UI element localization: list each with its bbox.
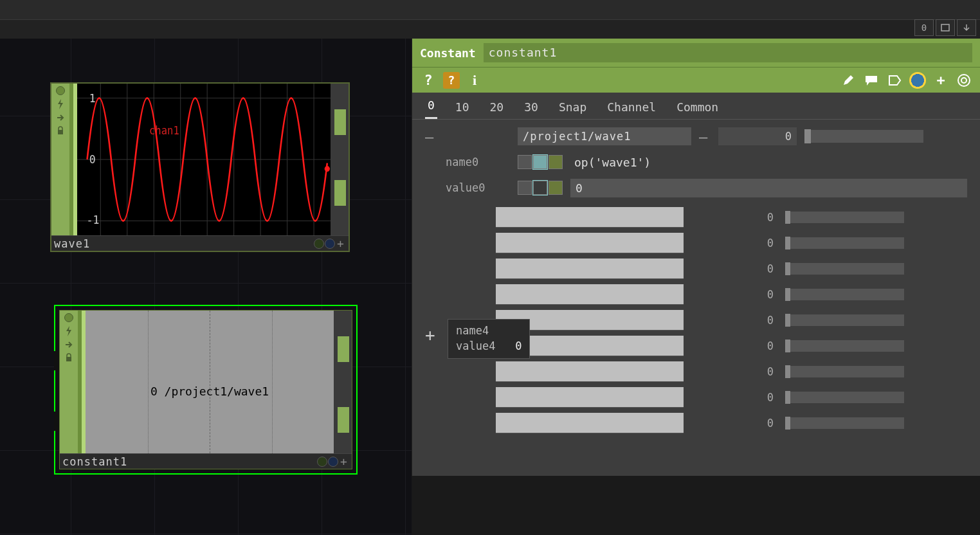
- param-slider[interactable]: [785, 212, 904, 223]
- python-icon[interactable]: [909, 72, 926, 89]
- parameter-body: — /project1/wave1 — 0 name0 op('wave1') …: [412, 120, 980, 440]
- param-name-field[interactable]: [496, 284, 684, 305]
- node-constant1[interactable]: 0 /project1/wave1 constant1 +: [54, 305, 358, 475]
- tab-10[interactable]: 10: [453, 95, 472, 119]
- wave-endpoint-dot: [325, 166, 330, 172]
- dropdown-arrow-button[interactable]: [957, 19, 976, 36]
- node-add-flag[interactable]: +: [339, 457, 349, 467]
- viewer-active-icon[interactable]: [56, 86, 65, 95]
- tab-snap[interactable]: Snap: [556, 95, 589, 119]
- mode-export[interactable]: [549, 155, 563, 169]
- param-value-display[interactable]: 0: [695, 211, 774, 224]
- output-connector[interactable]: [334, 109, 346, 135]
- param-slider[interactable]: [785, 392, 904, 403]
- tag-icon[interactable]: [886, 72, 903, 89]
- name0-expression-field[interactable]: op('wave1'): [570, 154, 967, 170]
- node-flag-2[interactable]: [328, 457, 338, 467]
- mode-constant[interactable]: [518, 155, 532, 169]
- param-name-field[interactable]: [496, 207, 684, 228]
- operator-name-field[interactable]: constant1: [484, 43, 972, 62]
- tab-common[interactable]: Common: [674, 95, 721, 119]
- operator-type-label: Constant: [420, 46, 476, 60]
- target-icon[interactable]: [956, 72, 972, 89]
- mode-toggles[interactable]: [518, 181, 563, 195]
- network-editor[interactable]: 1 0 -1 chan1 wave1 +: [0, 39, 412, 535]
- output-connector[interactable]: [338, 336, 349, 362]
- value0-field[interactable]: 0: [570, 179, 967, 197]
- lightning-icon[interactable]: [64, 326, 73, 336]
- param-name-field[interactable]: [496, 387, 684, 408]
- lock-icon[interactable]: [64, 353, 73, 362]
- pencil-icon[interactable]: [840, 72, 857, 89]
- param-slot-row: 0: [412, 359, 980, 385]
- minus-icon[interactable]: —: [699, 129, 711, 145]
- index-slider[interactable]: [804, 130, 923, 143]
- operator-path-field[interactable]: /project1/wave1: [518, 127, 691, 145]
- input-connector-left[interactable]: [54, 351, 59, 370]
- node-name-label[interactable]: constant1: [62, 455, 127, 468]
- param-value-display[interactable]: 0: [695, 365, 774, 378]
- help-icon[interactable]: ?: [420, 72, 437, 89]
- param-value-display[interactable]: 0: [695, 262, 774, 275]
- param-slot-row: 0: [412, 385, 980, 410]
- param-name-field[interactable]: [496, 361, 684, 382]
- param-slider[interactable]: [785, 366, 904, 377]
- input-connector-left-2[interactable]: [54, 412, 59, 431]
- add-parameter-icon[interactable]: +: [425, 325, 435, 345]
- index-field[interactable]: 0: [718, 127, 797, 145]
- param-slider[interactable]: [785, 340, 904, 352]
- param-value-display[interactable]: 0: [695, 314, 774, 327]
- plus-icon[interactable]: +: [932, 72, 949, 89]
- param-slider[interactable]: [785, 237, 904, 249]
- help-wiki-icon[interactable]: ?: [443, 72, 460, 89]
- mode-toggles[interactable]: [518, 155, 563, 169]
- node-add-flag[interactable]: +: [336, 239, 346, 249]
- node-flag-2[interactable]: [325, 239, 335, 249]
- tab-channel[interactable]: Channel: [604, 95, 658, 119]
- tab-0[interactable]: 0: [425, 93, 437, 119]
- node-flag-1[interactable]: [314, 239, 324, 249]
- param-slider[interactable]: [785, 263, 904, 275]
- arrow-right-icon[interactable]: [64, 340, 73, 349]
- tab-30[interactable]: 30: [522, 95, 541, 119]
- mode-export[interactable]: [549, 181, 563, 195]
- param-value-display[interactable]: 0: [695, 340, 774, 352]
- param-name-field[interactable]: [496, 336, 684, 356]
- info-icon[interactable]: i: [466, 72, 483, 89]
- param-name-field[interactable]: [496, 233, 684, 253]
- mode-constant[interactable]: [518, 181, 532, 195]
- param-slider[interactable]: [785, 289, 904, 300]
- mode-expression[interactable]: [533, 155, 547, 169]
- output-connector-2[interactable]: [334, 180, 346, 206]
- lightning-icon[interactable]: [56, 99, 65, 109]
- lock-icon[interactable]: [56, 126, 65, 135]
- param-slider[interactable]: [785, 417, 904, 429]
- node-wave1[interactable]: 1 0 -1 chan1 wave1 +: [50, 82, 350, 252]
- arrow-right-icon[interactable]: [56, 113, 65, 122]
- comment-icon[interactable]: [863, 72, 880, 89]
- collapse-icon[interactable]: —: [425, 129, 438, 145]
- param-name-field[interactable]: [496, 258, 684, 279]
- node-flag-1[interactable]: [317, 457, 327, 467]
- param-name0-row: name0 op('wave1'): [412, 149, 980, 175]
- param-slot-row: 0: [412, 410, 980, 436]
- viewer-active-icon[interactable]: [64, 313, 73, 322]
- node-name-label[interactable]: wave1: [54, 237, 90, 250]
- param-label: name0: [446, 156, 510, 168]
- tab-20[interactable]: 20: [487, 95, 507, 119]
- mode-expression[interactable]: [533, 181, 547, 195]
- param-slider[interactable]: [785, 314, 904, 326]
- param-name-field[interactable]: [496, 310, 684, 331]
- param-name-field[interactable]: [496, 413, 684, 433]
- node-footer: wave1 +: [51, 235, 349, 251]
- chart-channel-label: chan1: [149, 124, 179, 137]
- param-value-display[interactable]: 0: [695, 288, 774, 301]
- param-value-display[interactable]: 0: [695, 417, 774, 430]
- window-maximize-button[interactable]: [936, 19, 955, 36]
- parameter-panel: Constant constant1 ? ? i + 0 10 20 30 Sn…: [412, 39, 980, 476]
- output-connector-2[interactable]: [338, 407, 349, 433]
- param-value-display[interactable]: 0: [695, 391, 774, 404]
- param-value-display[interactable]: 0: [695, 237, 774, 249]
- zero-counter-button[interactable]: 0: [914, 19, 934, 36]
- chart-y-mid: 0: [89, 152, 96, 166]
